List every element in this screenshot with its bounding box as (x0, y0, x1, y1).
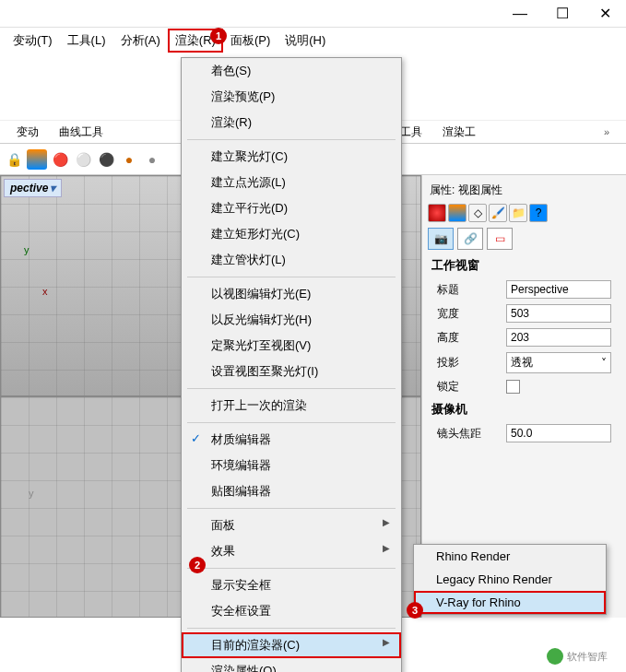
menu-item[interactable]: 建立平行光(D) (182, 195, 401, 221)
prop-icon-4[interactable]: 🖌️ (489, 204, 507, 222)
window-titlebar: — ☐ ✕ (0, 0, 626, 28)
menu-item[interactable]: 安全框设置 (182, 598, 401, 624)
property-value[interactable]: 203 (506, 328, 611, 347)
tab-curve-tools[interactable]: 曲线工具 (59, 124, 103, 140)
property-row: 镜头焦距50.0 (426, 421, 622, 445)
maximize-button[interactable]: ☐ (541, 0, 584, 28)
menu-separator (187, 568, 396, 569)
watermark-text: 软件智库 (567, 650, 608, 664)
submenu-item[interactable]: Legacy Rhino Render (414, 568, 606, 591)
watermark: 软件智库 (547, 648, 608, 665)
menu-item[interactable]: 目前的渲染器(C)▶ (182, 632, 401, 658)
menu-separator (187, 388, 396, 389)
watermark-logo-icon (547, 648, 563, 665)
menu-help[interactable]: 说明(H) (278, 29, 333, 53)
prop-icon-2[interactable] (448, 204, 467, 222)
menu-item[interactable]: 显示安全框 (182, 572, 401, 598)
properties-title: 属性: 视图属性 (426, 179, 622, 202)
menu-separator (187, 508, 396, 509)
tab-render-tools[interactable]: 渲染工 (443, 124, 476, 140)
submenu-item[interactable]: Rhino Render (414, 545, 606, 568)
menu-separator (187, 422, 396, 423)
menu-item[interactable]: 渲染预览(P) (182, 84, 401, 110)
property-value[interactable]: 503 (506, 304, 611, 323)
property-label: 宽度 (437, 306, 506, 322)
menu-item[interactable]: 建立管状灯(L) (182, 247, 401, 273)
property-value[interactable]: 透视˅ (506, 352, 611, 373)
menu-item[interactable]: 以反光编辑灯光(H) (182, 307, 401, 333)
property-label: 镜头焦距 (437, 426, 506, 442)
menu-item[interactable]: 渲染属性(O)... (182, 658, 401, 672)
property-row: 宽度503 (426, 301, 622, 325)
lock-icon[interactable]: 🔒 (4, 149, 24, 170)
chevron-right-icon: ▶ (383, 637, 390, 647)
tabs-overflow-icon[interactable]: » (604, 126, 609, 137)
render-menu: 着色(S)渲染预览(P)渲染(R)建立聚光灯(C)建立点光源(L)建立平行光(D… (181, 57, 402, 672)
menu-item[interactable]: 着色(S) (182, 58, 401, 84)
close-button[interactable]: ✕ (584, 0, 626, 28)
property-checkbox[interactable] (506, 380, 520, 394)
prop-tab-camera[interactable]: 📷 (428, 228, 454, 250)
menu-analyze[interactable]: 分析(A) (113, 29, 168, 53)
callout-3: 3 (407, 602, 423, 619)
menu-separator (187, 628, 396, 629)
menu-item[interactable]: 面板▶ (182, 513, 401, 538)
sphere4-icon[interactable]: ● (119, 149, 139, 170)
prop-tab-rect[interactable]: ▭ (487, 228, 513, 250)
menu-item[interactable]: 材质编辑器 (182, 427, 401, 453)
submenu-item[interactable]: V-Ray for Rhino (414, 591, 606, 614)
main-menubar: 变动(T) 工具(L) 分析(A) 渲染(R) 面板(P) 说明(H) (0, 28, 626, 53)
prop-tab-link[interactable]: 🔗 (457, 228, 483, 250)
minimize-button[interactable]: — (499, 0, 541, 28)
sphere5-icon[interactable]: ● (142, 149, 162, 170)
prop-icon-6[interactable]: ? (529, 204, 548, 222)
viewport-label[interactable]: pective▾ (4, 179, 62, 197)
property-value[interactable]: 50.0 (506, 424, 611, 442)
axis-x-label: x (42, 286, 48, 297)
property-label: 投影 (437, 355, 506, 371)
tab-transform[interactable]: 变动 (17, 124, 39, 140)
menu-item[interactable]: 环境编辑器 (182, 453, 401, 478)
property-row: 锁定 (426, 376, 622, 397)
menu-item[interactable]: 定聚光灯至视图(V) (182, 333, 401, 359)
renderer-submenu: Rhino RenderLegacy Rhino RenderV-Ray for… (413, 544, 607, 615)
menu-panel[interactable]: 面板(P) (223, 29, 278, 53)
chevron-right-icon: ▶ (383, 543, 390, 553)
menu-tools[interactable]: 工具(L) (60, 29, 113, 53)
sphere3-icon[interactable]: ⚫ (96, 149, 116, 170)
menu-item[interactable]: 贴图编辑器 (182, 478, 401, 504)
property-row: 高度203 (426, 325, 622, 349)
prop-icon-1[interactable] (428, 204, 446, 222)
menu-item[interactable]: 建立点光源(L) (182, 170, 401, 195)
callout-1: 1 (210, 28, 227, 44)
property-value[interactable]: Perspective (506, 280, 611, 299)
menu-separator (187, 139, 396, 140)
chevron-down-icon: ˅ (601, 357, 607, 370)
menu-separator (187, 277, 396, 277)
menu-transform[interactable]: 变动(T) (6, 29, 60, 53)
section-camera: 摄像机 (426, 397, 622, 421)
menu-item[interactable]: 渲染(R) (182, 110, 401, 136)
properties-toolbar: ◇ 🖌️ 📁 ? (426, 202, 622, 224)
menu-item[interactable]: 打开上一次的渲染 (182, 393, 401, 419)
section-viewport: 工作视窗 (426, 253, 622, 277)
menu-item[interactable]: 以视图编辑灯光(E) (182, 281, 401, 307)
property-label: 标题 (437, 282, 506, 298)
menu-item[interactable]: 设置视图至聚光灯(I) (182, 359, 401, 384)
property-row: 投影透视˅ (426, 349, 622, 376)
axis-y-label-2: y (29, 488, 34, 499)
chevron-right-icon: ▶ (383, 517, 390, 527)
property-label: 高度 (437, 330, 506, 346)
sphere2-icon[interactable]: ⚪ (73, 149, 93, 170)
menu-item[interactable]: 效果▶ (182, 538, 401, 564)
prop-icon-5[interactable]: 📁 (509, 204, 527, 222)
prop-icon-3[interactable]: ◇ (468, 204, 487, 222)
viewport-dropdown-icon[interactable]: ▾ (50, 182, 55, 195)
material-icon[interactable] (27, 149, 47, 170)
menu-item[interactable]: 建立聚光灯(C) (182, 144, 401, 170)
sphere-icon[interactable]: 🔴 (50, 149, 70, 170)
properties-tabs: 📷 🔗 ▭ (426, 224, 622, 253)
property-label: 锁定 (437, 379, 506, 395)
callout-2: 2 (189, 557, 206, 573)
menu-item[interactable]: 建立矩形灯光(C) (182, 221, 401, 247)
